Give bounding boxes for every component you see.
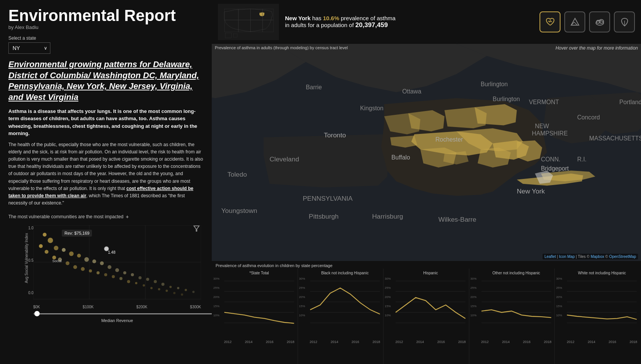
x-tick-200k: $200K bbox=[136, 305, 147, 309]
right-panel: New York has 10.6% prevalence of asthmai… bbox=[212, 0, 641, 364]
svg-point-16 bbox=[77, 254, 81, 258]
health-icon-btn[interactable] bbox=[540, 11, 560, 32]
y-tick-2: 0.5 bbox=[28, 258, 34, 263]
svg-point-36 bbox=[154, 280, 157, 283]
svg-text:Cleveland: Cleveland bbox=[270, 155, 299, 163]
iconmap-link[interactable]: Icon Map bbox=[559, 254, 575, 259]
svg-point-43 bbox=[166, 290, 168, 292]
svg-point-42 bbox=[177, 287, 179, 289]
chart-state-total: *State Total 30% 25% 20% 15% 10% 2012 bbox=[213, 269, 298, 364]
top-icons bbox=[540, 11, 635, 32]
svg-point-46 bbox=[192, 291, 195, 293]
leaf-icon bbox=[619, 17, 630, 27]
svg-text:Barrie: Barrie bbox=[306, 84, 322, 90]
scatter-x-label: Median Revenue bbox=[33, 318, 201, 323]
svg-text:HAMPSHIRE: HAMPSHIRE bbox=[532, 130, 568, 137]
scatter-title: The most vulnerable communities are the … bbox=[8, 214, 123, 219]
select-label: Select a state bbox=[8, 35, 203, 41]
cloud-icon bbox=[594, 17, 605, 27]
mapbox-link[interactable]: Mapbox bbox=[591, 254, 604, 259]
filter-icon[interactable] bbox=[193, 225, 200, 234]
bottom-charts-title: Prevalence of asthma evolution in childr… bbox=[212, 261, 641, 269]
osm-link[interactable]: OpenStreetMap bbox=[609, 254, 636, 259]
svg-text:Harrisburg: Harrisburg bbox=[372, 213, 403, 220]
chart-svg-4 bbox=[480, 277, 552, 338]
scatter-expand-icon[interactable]: + bbox=[126, 214, 129, 220]
app-subtitle: by Alex Badiu bbox=[8, 24, 203, 30]
prevalence-pct: 10.6% bbox=[323, 15, 340, 21]
x-tick-0k: $0K bbox=[33, 305, 40, 309]
attr-separator-3: © bbox=[605, 254, 609, 259]
chart-title-1: *State Total bbox=[223, 271, 295, 275]
chart-svg-2 bbox=[309, 277, 381, 338]
mountain-icon-btn[interactable] bbox=[564, 11, 585, 32]
x-axis-4: 2012 2014 2016 2018 bbox=[480, 340, 552, 344]
svg-text:Social: Social bbox=[52, 259, 62, 263]
mountain-icon bbox=[570, 17, 580, 27]
state-name: New York bbox=[285, 15, 311, 21]
svg-text:Buffalo: Buffalo bbox=[391, 154, 410, 161]
chart-white: White not including Hispanic 30% 25% 20%… bbox=[555, 269, 640, 364]
svg-text:Bridgeport: Bridgeport bbox=[541, 165, 569, 172]
map-area: Prevalence of asthma in adults (through … bbox=[212, 44, 641, 261]
svg-point-30 bbox=[131, 273, 134, 276]
x-tick-300k: $300K bbox=[190, 305, 201, 309]
population: 20,397,459 bbox=[355, 21, 388, 29]
svg-point-20 bbox=[92, 259, 96, 263]
svg-text:NEW: NEW bbox=[535, 123, 549, 129]
svg-text:CONN.: CONN. bbox=[541, 156, 560, 163]
chart-title-5: White not including Hispanic bbox=[566, 271, 638, 275]
svg-point-10 bbox=[54, 246, 58, 250]
svg-point-33 bbox=[127, 280, 130, 283]
svg-point-19 bbox=[73, 265, 77, 269]
svg-text:New York: New York bbox=[517, 187, 545, 195]
svg-point-11 bbox=[45, 250, 48, 254]
chart-black: Black not including Hispanic 30% 25% 20%… bbox=[298, 269, 384, 364]
svg-text:Burlington: Burlington bbox=[481, 81, 508, 87]
svg-rect-52 bbox=[224, 9, 274, 32]
svg-point-47 bbox=[181, 293, 183, 296]
cloud-icon-btn[interactable] bbox=[589, 11, 610, 32]
state-info: New York has 10.6% prevalence of asthmai… bbox=[285, 15, 533, 29]
range-slider[interactable] bbox=[33, 311, 212, 317]
svg-point-25 bbox=[97, 271, 100, 274]
chart-svg-3 bbox=[395, 277, 467, 338]
svg-text:Ottawa: Ottawa bbox=[402, 88, 421, 95]
svg-text:Burlington: Burlington bbox=[493, 96, 520, 102]
svg-rect-61 bbox=[224, 20, 238, 32]
chart-title-4: Other not including Hispanic bbox=[480, 271, 552, 275]
heart-health-icon bbox=[545, 17, 556, 27]
svg-point-7 bbox=[43, 233, 47, 237]
svg-point-44 bbox=[185, 289, 187, 291]
svg-point-37 bbox=[143, 284, 145, 287]
range-thumb-left[interactable] bbox=[34, 311, 40, 316]
svg-point-13 bbox=[69, 251, 74, 256]
chart-svg-5 bbox=[566, 277, 638, 338]
svg-point-8 bbox=[48, 238, 53, 243]
svg-point-50 bbox=[104, 246, 109, 251]
svg-point-9 bbox=[39, 244, 43, 248]
svg-point-32 bbox=[139, 276, 142, 279]
scatter-header: The most vulnerable communities are the … bbox=[8, 214, 203, 220]
state-select[interactable]: NY CA TX PA NJ MD VA WV DE DC bbox=[8, 42, 50, 54]
svg-rect-63 bbox=[251, 20, 263, 32]
svg-point-23 bbox=[89, 269, 92, 272]
svg-point-34 bbox=[146, 278, 149, 281]
app-title: Environmental Report bbox=[8, 7, 203, 24]
svg-text:MASSACHUSETTS: MASSACHUSETTS bbox=[589, 135, 641, 142]
leaflet-link[interactable]: Leaflet bbox=[544, 254, 556, 259]
svg-point-12 bbox=[62, 248, 66, 252]
svg-marker-51 bbox=[194, 226, 199, 231]
svg-text:1.48: 1.48 bbox=[108, 250, 116, 254]
svg-point-28 bbox=[123, 271, 126, 274]
line-charts-row: *State Total 30% 25% 20% 15% 10% 2012 bbox=[212, 269, 641, 364]
svg-point-31 bbox=[119, 277, 122, 280]
svg-rect-66 bbox=[233, 34, 237, 37]
x-axis-5: 2012 2014 2016 2018 bbox=[566, 340, 638, 344]
asthma-normal-text: The health of the public, especially tho… bbox=[8, 141, 203, 207]
leaf-icon-btn[interactable] bbox=[614, 11, 635, 32]
map-hover-hint: Hover over the map for more information bbox=[556, 45, 638, 51]
svg-text:Rochester: Rochester bbox=[435, 136, 463, 143]
scatter-x-ticks: $0K $100K $200K $300K bbox=[33, 305, 201, 309]
state-select-wrapper[interactable]: NY CA TX PA NJ MD VA WV DE DC bbox=[8, 42, 50, 54]
